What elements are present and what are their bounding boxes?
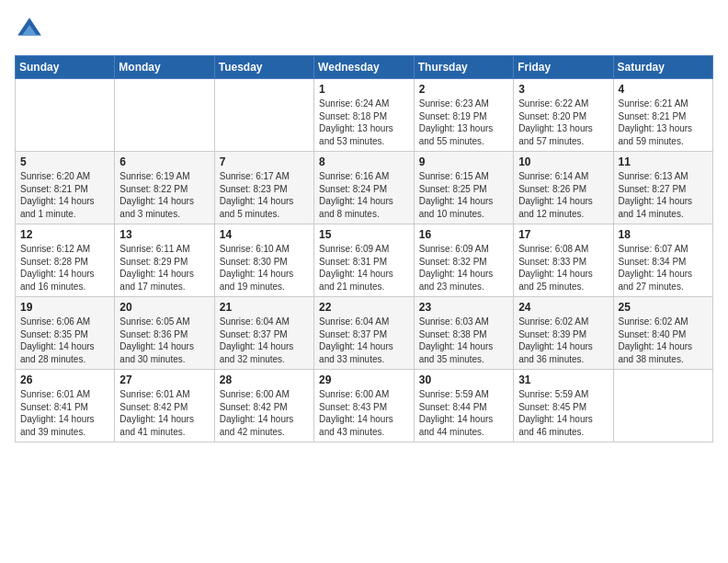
day-info: Sunrise: 6:02 AM Sunset: 8:40 PM Dayligh…: [619, 316, 709, 365]
weekday-header-thursday: Thursday: [414, 56, 513, 79]
day-cell: 1Sunrise: 6:24 AM Sunset: 8:18 PM Daylig…: [314, 79, 415, 152]
day-info: Sunrise: 6:04 AM Sunset: 8:37 PM Dayligh…: [319, 316, 409, 365]
day-cell: 5Sunrise: 6:20 AM Sunset: 8:21 PM Daylig…: [16, 152, 115, 224]
day-info: Sunrise: 6:11 AM Sunset: 8:29 PM Dayligh…: [119, 243, 209, 293]
calendar: SundayMondayTuesdayWednesdayThursdayFrid…: [15, 55, 713, 442]
day-cell: 27Sunrise: 6:01 AM Sunset: 8:42 PM Dayli…: [115, 370, 214, 442]
day-number: 15: [319, 228, 409, 241]
weekday-header-tuesday: Tuesday: [214, 56, 313, 79]
day-number: 20: [119, 301, 209, 314]
day-info: Sunrise: 6:17 AM Sunset: 8:23 PM Dayligh…: [220, 170, 309, 220]
day-cell: 13Sunrise: 6:11 AM Sunset: 8:29 PM Dayli…: [115, 224, 214, 297]
day-info: Sunrise: 6:01 AM Sunset: 8:41 PM Dayligh…: [20, 388, 109, 438]
day-cell: 3Sunrise: 6:22 AM Sunset: 8:20 PM Daylig…: [514, 79, 613, 152]
day-cell: 7Sunrise: 6:17 AM Sunset: 8:23 PM Daylig…: [214, 152, 313, 224]
day-cell: 6Sunrise: 6:19 AM Sunset: 8:22 PM Daylig…: [115, 152, 214, 224]
day-number: 25: [619, 301, 709, 314]
day-number: 3: [518, 83, 608, 96]
day-info: Sunrise: 6:06 AM Sunset: 8:35 PM Dayligh…: [20, 316, 109, 365]
calendar-body: 1Sunrise: 6:24 AM Sunset: 8:18 PM Daylig…: [16, 79, 713, 442]
day-cell: 4Sunrise: 6:21 AM Sunset: 8:21 PM Daylig…: [613, 79, 713, 152]
day-number: 28: [220, 373, 309, 386]
weekday-header-wednesday: Wednesday: [314, 56, 415, 79]
week-row-4: 19Sunrise: 6:06 AM Sunset: 8:35 PM Dayli…: [16, 297, 713, 370]
day-number: 10: [518, 155, 608, 168]
day-cell: [16, 79, 115, 152]
day-number: 31: [518, 373, 608, 386]
day-cell: [115, 79, 214, 152]
day-cell: 14Sunrise: 6:10 AM Sunset: 8:30 PM Dayli…: [214, 224, 313, 297]
day-number: 21: [220, 301, 309, 314]
day-info: Sunrise: 5:59 AM Sunset: 8:44 PM Dayligh…: [419, 388, 508, 438]
day-number: 8: [319, 155, 409, 168]
day-number: 4: [619, 83, 709, 96]
day-info: Sunrise: 6:19 AM Sunset: 8:22 PM Dayligh…: [119, 170, 209, 220]
week-row-1: 1Sunrise: 6:24 AM Sunset: 8:18 PM Daylig…: [16, 79, 713, 152]
day-cell: 24Sunrise: 6:02 AM Sunset: 8:39 PM Dayli…: [514, 297, 613, 370]
day-cell: 30Sunrise: 5:59 AM Sunset: 8:44 PM Dayli…: [414, 370, 513, 442]
day-number: 5: [20, 155, 109, 168]
day-number: 1: [319, 83, 409, 96]
day-cell: 16Sunrise: 6:09 AM Sunset: 8:32 PM Dayli…: [414, 224, 513, 297]
day-cell: 23Sunrise: 6:03 AM Sunset: 8:38 PM Dayli…: [414, 297, 513, 370]
weekday-header-sunday: Sunday: [16, 56, 115, 79]
day-info: Sunrise: 6:10 AM Sunset: 8:30 PM Dayligh…: [220, 243, 309, 293]
day-cell: 18Sunrise: 6:07 AM Sunset: 8:34 PM Dayli…: [613, 224, 713, 297]
day-info: Sunrise: 6:09 AM Sunset: 8:32 PM Dayligh…: [419, 243, 508, 293]
day-info: Sunrise: 6:09 AM Sunset: 8:31 PM Dayligh…: [319, 243, 409, 293]
day-info: Sunrise: 6:00 AM Sunset: 8:42 PM Dayligh…: [220, 388, 309, 438]
day-cell: [613, 370, 713, 442]
weekday-header-monday: Monday: [115, 56, 214, 79]
day-cell: 21Sunrise: 6:04 AM Sunset: 8:37 PM Dayli…: [214, 297, 313, 370]
day-number: 24: [518, 301, 608, 314]
day-info: Sunrise: 5:59 AM Sunset: 8:45 PM Dayligh…: [518, 388, 608, 438]
day-info: Sunrise: 6:07 AM Sunset: 8:34 PM Dayligh…: [619, 243, 709, 293]
week-row-5: 26Sunrise: 6:01 AM Sunset: 8:41 PM Dayli…: [16, 370, 713, 442]
day-info: Sunrise: 6:15 AM Sunset: 8:25 PM Dayligh…: [419, 170, 508, 220]
day-cell: 26Sunrise: 6:01 AM Sunset: 8:41 PM Dayli…: [16, 370, 115, 442]
day-info: Sunrise: 6:16 AM Sunset: 8:24 PM Dayligh…: [319, 170, 409, 220]
day-cell: 12Sunrise: 6:12 AM Sunset: 8:28 PM Dayli…: [16, 224, 115, 297]
day-info: Sunrise: 6:03 AM Sunset: 8:38 PM Dayligh…: [419, 316, 508, 365]
day-number: 22: [319, 301, 409, 314]
day-cell: 25Sunrise: 6:02 AM Sunset: 8:40 PM Dayli…: [613, 297, 713, 370]
day-cell: 9Sunrise: 6:15 AM Sunset: 8:25 PM Daylig…: [414, 152, 513, 224]
day-number: 18: [619, 228, 709, 241]
day-cell: 19Sunrise: 6:06 AM Sunset: 8:35 PM Dayli…: [16, 297, 115, 370]
weekday-row: SundayMondayTuesdayWednesdayThursdayFrid…: [16, 56, 713, 79]
day-number: 6: [119, 155, 209, 168]
day-info: Sunrise: 6:04 AM Sunset: 8:37 PM Dayligh…: [220, 316, 309, 365]
day-cell: 2Sunrise: 6:23 AM Sunset: 8:19 PM Daylig…: [414, 79, 513, 152]
day-number: 9: [419, 155, 508, 168]
day-cell: 8Sunrise: 6:16 AM Sunset: 8:24 PM Daylig…: [314, 152, 415, 224]
day-cell: 15Sunrise: 6:09 AM Sunset: 8:31 PM Dayli…: [314, 224, 415, 297]
day-cell: 31Sunrise: 5:59 AM Sunset: 8:45 PM Dayli…: [514, 370, 613, 442]
day-number: 30: [419, 373, 508, 386]
logo: [15, 15, 48, 44]
day-number: 19: [20, 301, 109, 314]
day-number: 13: [119, 228, 209, 241]
week-row-2: 5Sunrise: 6:20 AM Sunset: 8:21 PM Daylig…: [16, 152, 713, 224]
day-info: Sunrise: 6:00 AM Sunset: 8:43 PM Dayligh…: [319, 388, 409, 438]
day-number: 16: [419, 228, 508, 241]
page-header: [15, 15, 713, 44]
day-number: 17: [518, 228, 608, 241]
day-info: Sunrise: 6:21 AM Sunset: 8:21 PM Dayligh…: [619, 98, 709, 147]
day-number: 14: [220, 228, 309, 241]
day-number: 11: [619, 155, 709, 168]
day-info: Sunrise: 6:02 AM Sunset: 8:39 PM Dayligh…: [518, 316, 608, 365]
day-cell: 22Sunrise: 6:04 AM Sunset: 8:37 PM Dayli…: [314, 297, 415, 370]
day-info: Sunrise: 6:13 AM Sunset: 8:27 PM Dayligh…: [619, 170, 709, 220]
day-number: 27: [119, 373, 209, 386]
day-number: 7: [220, 155, 309, 168]
day-number: 23: [419, 301, 508, 314]
day-number: 2: [419, 83, 508, 96]
calendar-header: SundayMondayTuesdayWednesdayThursdayFrid…: [16, 56, 713, 79]
day-cell: 11Sunrise: 6:13 AM Sunset: 8:27 PM Dayli…: [613, 152, 713, 224]
weekday-header-saturday: Saturday: [613, 56, 713, 79]
day-info: Sunrise: 6:08 AM Sunset: 8:33 PM Dayligh…: [518, 243, 608, 293]
day-info: Sunrise: 6:01 AM Sunset: 8:42 PM Dayligh…: [119, 388, 209, 438]
day-cell: 20Sunrise: 6:05 AM Sunset: 8:36 PM Dayli…: [115, 297, 214, 370]
day-number: 26: [20, 373, 109, 386]
day-cell: [214, 79, 313, 152]
